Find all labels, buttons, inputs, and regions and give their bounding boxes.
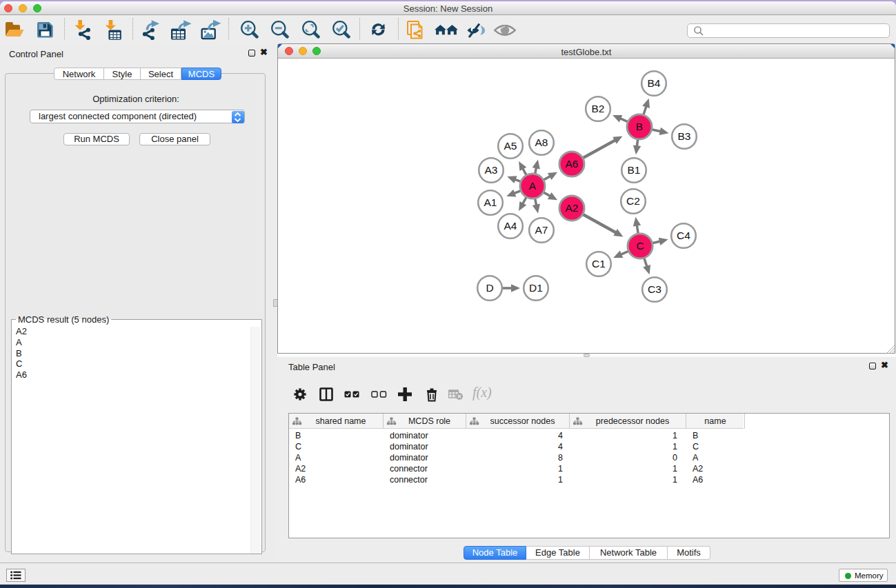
svg-text:C3: C3 <box>648 283 661 295</box>
svg-text:B: B <box>636 121 643 132</box>
svg-text:B4: B4 <box>648 77 661 89</box>
svg-text:A4: A4 <box>504 220 517 232</box>
svg-text:D1: D1 <box>529 282 543 294</box>
svg-text:A5: A5 <box>504 140 517 152</box>
svg-text:C2: C2 <box>626 195 640 207</box>
svg-text:A: A <box>529 180 537 192</box>
svg-text:A7: A7 <box>535 224 548 236</box>
svg-text:A1: A1 <box>484 196 497 208</box>
svg-text:A2: A2 <box>566 202 579 214</box>
svg-text:A6: A6 <box>566 158 579 170</box>
svg-text:D: D <box>486 282 493 294</box>
svg-text:B1: B1 <box>628 164 641 176</box>
svg-text:B3: B3 <box>678 130 691 142</box>
svg-text:C: C <box>636 240 644 252</box>
svg-text:A8: A8 <box>535 136 548 148</box>
svg-text:A3: A3 <box>485 164 498 176</box>
svg-text:B2: B2 <box>592 103 605 114</box>
svg-text:C4: C4 <box>677 230 690 241</box>
svg-text:C1: C1 <box>592 258 606 270</box>
